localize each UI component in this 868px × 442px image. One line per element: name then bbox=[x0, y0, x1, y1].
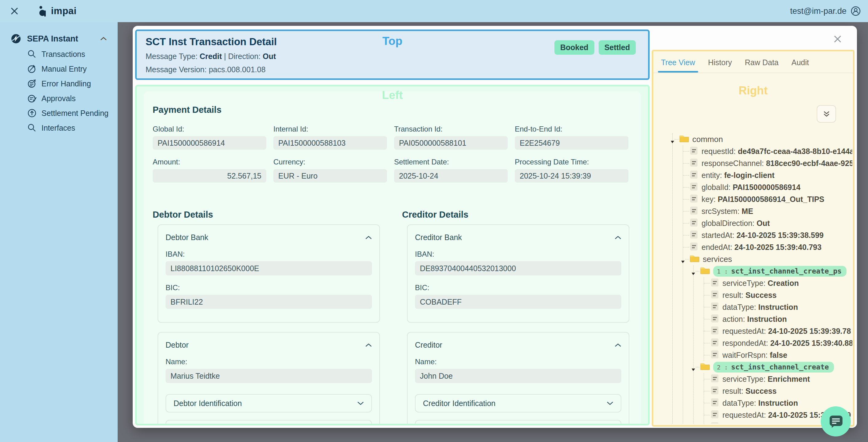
chevron-up-icon[interactable] bbox=[365, 343, 372, 347]
processing-date-time-input[interactable]: 2025-10-24 15:39:39 bbox=[515, 169, 628, 183]
sidebar-item-approvals[interactable]: Approvals bbox=[0, 91, 118, 106]
field-end-to-end-id: End-to-End Id: E2E254679 bbox=[515, 125, 628, 150]
tree-view-body: Right commonrequestId: de49a7fc-ceaa-4a3… bbox=[653, 73, 853, 423]
tree-leaf-row: respondedAt: 24-10-2025 15:39:40.88 bbox=[704, 337, 852, 349]
tree-connector bbox=[704, 403, 710, 403]
creditor-bank-header[interactable]: Creditor Bank bbox=[415, 233, 621, 242]
tree-connector bbox=[704, 307, 710, 307]
status-badge-booked: Booked bbox=[554, 40, 594, 55]
sidebar-group-sepa-instant[interactable]: SEPA Instant bbox=[0, 31, 118, 47]
tree-leaf-row: action: Instruction bbox=[704, 313, 852, 325]
tree-key-value: result: Success bbox=[722, 387, 777, 395]
tree-connector bbox=[683, 223, 689, 224]
debtor-bic-input[interactable]: BFRILI22 bbox=[165, 295, 372, 309]
file-icon bbox=[711, 350, 719, 360]
creditor-iban-input[interactable]: DE89370400440532013000 bbox=[415, 261, 621, 275]
tree-service-row[interactable]: 2 :sct_inst_channel_create bbox=[693, 361, 852, 373]
debtor-name-input[interactable]: Marius Teidtke bbox=[165, 369, 372, 383]
chevron-down-icon[interactable] bbox=[357, 402, 364, 406]
sidebar-group-label: SEPA Instant bbox=[27, 34, 78, 43]
creditor-address-section[interactable]: Creditor Address bbox=[415, 420, 621, 425]
debtor-identification-section[interactable]: Debtor Identification bbox=[165, 394, 372, 412]
creditor-bic-input[interactable]: COBADEFF bbox=[415, 295, 621, 309]
tree-leaf-row: waitForRspn: false bbox=[704, 349, 852, 361]
tree-key-value: requestedAt: 24-10-2025 15:39:39.78 bbox=[722, 327, 851, 336]
debtor-bank-header[interactable]: Debtor Bank bbox=[165, 233, 372, 242]
file-icon bbox=[711, 374, 719, 385]
creditor-column: Creditor Details Creditor Bank IBAN: DE8… bbox=[402, 210, 629, 425]
tree-key-value: globalId: PAI1500000586914 bbox=[702, 183, 800, 192]
internal-id-input[interactable]: PAI1500000588103 bbox=[273, 136, 387, 150]
creditor-header[interactable]: Creditor bbox=[415, 341, 621, 350]
tree-connector bbox=[704, 283, 710, 284]
error-list-icon bbox=[27, 79, 37, 89]
sidebar-item-label: Settlement Pending bbox=[41, 109, 108, 118]
chat-fab-button[interactable] bbox=[821, 406, 851, 437]
chevron-up-icon[interactable] bbox=[365, 235, 372, 239]
tree-branch: requestId: de49a7fc-ceaa-4a38-8b10-e144a… bbox=[683, 145, 852, 423]
folder-icon bbox=[689, 254, 700, 264]
tree-connector bbox=[696, 271, 700, 271]
tree-connector bbox=[683, 247, 689, 247]
close-modal-icon[interactable] bbox=[832, 34, 843, 44]
tab-raw-data[interactable]: Raw Data bbox=[745, 58, 779, 72]
chevron-up-icon[interactable] bbox=[615, 343, 621, 347]
chevron-up-icon[interactable] bbox=[100, 36, 107, 41]
tree-leaf-row: globalId: PAI1500000586914 bbox=[683, 181, 852, 193]
tree-folder-label: common bbox=[692, 135, 723, 144]
tree-service-row[interactable]: 1 :sct_inst_channel_create_ps bbox=[693, 265, 852, 277]
overlay-label-right: Right bbox=[653, 84, 853, 97]
chat-icon bbox=[828, 414, 843, 429]
collapse-all-button[interactable] bbox=[817, 105, 836, 123]
chevron-down-icon[interactable] bbox=[607, 402, 613, 406]
close-sidebar-icon[interactable] bbox=[9, 6, 20, 16]
account-menu[interactable]: test@im-par.de bbox=[790, 5, 861, 17]
global-id-input[interactable]: PAI1500000586914 bbox=[153, 136, 266, 150]
settlement-date-input[interactable]: 2025-10-24 bbox=[394, 169, 508, 183]
expand-arrow-icon[interactable] bbox=[681, 257, 685, 262]
sidebar-item-settlement-pending[interactable]: Settlement Pending bbox=[0, 106, 118, 120]
debtor-iban-input[interactable]: LI88088110102650K000E bbox=[165, 261, 372, 275]
tab-tree-view[interactable]: Tree View bbox=[661, 58, 695, 72]
arrow-up-circle-icon bbox=[27, 108, 37, 118]
sidebar-item-error-handling[interactable]: Error Handling bbox=[0, 76, 118, 91]
file-icon bbox=[690, 218, 698, 229]
tree-connector bbox=[704, 415, 710, 415]
transaction-id-input[interactable]: PAI0500000588101 bbox=[394, 136, 508, 150]
tree-key-value: dataType: Instruction bbox=[722, 303, 798, 312]
tree-leaf-row: entity: fe-login-client bbox=[683, 169, 852, 181]
chevron-up-icon[interactable] bbox=[615, 235, 621, 239]
creditor-bank-card: Creditor Bank IBAN: DE893704004405320130… bbox=[407, 225, 629, 323]
end-to-end-id-input[interactable]: E2E254679 bbox=[515, 136, 628, 150]
file-icon bbox=[711, 278, 719, 289]
creditor-name-input[interactable]: John Doe bbox=[415, 369, 621, 383]
file-icon bbox=[711, 398, 719, 409]
debtor-header[interactable]: Debtor bbox=[165, 341, 372, 350]
tree-branch: 1 :sct_inst_channel_create_psserviceType… bbox=[693, 265, 852, 423]
payment-details-panel: Left Payment Details Global Id: PAI15000… bbox=[135, 85, 650, 425]
sidebar-item-transactions[interactable]: Transactions bbox=[0, 47, 118, 61]
field-settlement-date: Settlement Date: 2025-10-24 bbox=[394, 158, 508, 183]
debtor-address-section[interactable]: Debtor Address bbox=[165, 420, 372, 425]
expand-arrow-icon[interactable] bbox=[691, 269, 696, 273]
tree-leaf-row: responseChannel: 818cec90-ecbf-4aae-9254 bbox=[683, 157, 852, 169]
file-icon bbox=[690, 182, 698, 193]
debtor-card: Debtor Name: Marius Teidtke Debtor Ident… bbox=[158, 332, 380, 425]
tree-connector bbox=[704, 355, 710, 355]
sidebar-item-interfaces[interactable]: Interfaces bbox=[0, 120, 118, 135]
tree-folder-row[interactable]: common bbox=[673, 134, 852, 145]
tree-folder-row[interactable]: services bbox=[683, 253, 852, 265]
amount-input[interactable]: 52.567,15 bbox=[153, 169, 266, 183]
tab-history[interactable]: History bbox=[708, 58, 732, 72]
file-icon bbox=[690, 158, 698, 169]
sidebar-item-manual-entry[interactable]: Manual Entry bbox=[0, 61, 118, 76]
sidebar-item-label: Manual Entry bbox=[41, 64, 87, 73]
expand-arrow-icon[interactable] bbox=[691, 365, 696, 370]
tree-key-value: waitForRspn: false bbox=[722, 351, 787, 360]
expand-arrow-icon[interactable] bbox=[670, 137, 675, 142]
tree-key-value: globalDirection: Out bbox=[702, 219, 770, 228]
currency-input[interactable]: EUR - Euro bbox=[273, 169, 387, 183]
tree-key-value: responseChannel: 818cec90-ecbf-4aae-9254 bbox=[702, 159, 852, 168]
creditor-identification-section[interactable]: Creditor Identification bbox=[415, 394, 621, 412]
tab-audit[interactable]: Audit bbox=[792, 58, 809, 72]
